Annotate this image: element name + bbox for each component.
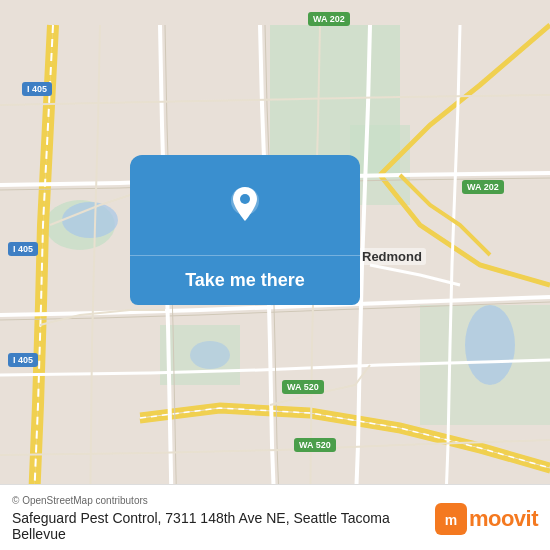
osm-credit: © OpenStreetMap contributors [12,495,435,506]
location-pin-icon [223,183,267,227]
badge-wa520: WA 520 [282,380,324,394]
badge-i405-top: I 405 [22,82,52,96]
bottom-bar: © OpenStreetMap contributors Safeguard P… [0,484,550,550]
svg-text:m: m [445,512,457,528]
map-container: I 405 WA 202 WA 202 I 405 I 405 WA 520 W… [0,0,550,550]
bottom-bar-info: © OpenStreetMap contributors Safeguard P… [12,495,435,542]
location-text: Safeguard Pest Control, 7311 148th Ave N… [12,510,435,542]
badge-wa202-top: WA 202 [308,12,350,26]
take-me-there-button[interactable]: Take me there [130,255,360,305]
moovit-logo-icon: m [435,503,467,535]
cta-overlay: Take me there [130,155,360,305]
badge-wa202-mid: WA 202 [462,180,504,194]
redmond-label: Redmond [358,248,426,265]
badge-i405-lower: I 405 [8,353,38,367]
svg-point-7 [465,305,515,385]
svg-point-9 [240,194,250,204]
svg-point-5 [62,202,118,238]
badge-i405-left: I 405 [8,242,38,256]
badge-wa520-lower: WA 520 [294,438,336,452]
pin-container [130,155,360,255]
moovit-logo: m moovit [435,503,538,535]
svg-point-6 [190,341,230,369]
moovit-text: moovit [469,506,538,532]
